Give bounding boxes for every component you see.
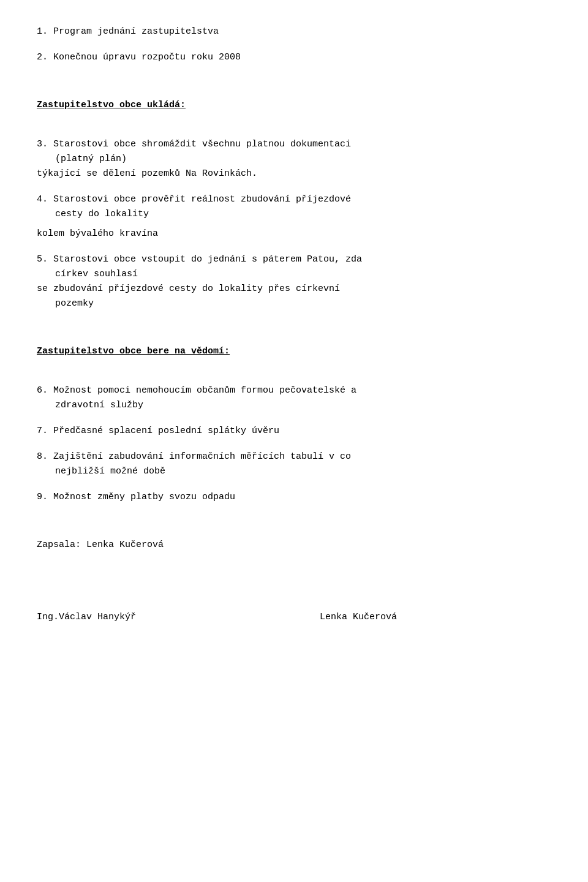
item-number: 2. xyxy=(37,52,48,62)
list-item: 9. Možnost změny platby svozu odpadu xyxy=(37,490,551,505)
item-text: Možnost pomoci nemohoucím občanům formou… xyxy=(37,385,356,410)
item-number: 1. xyxy=(37,26,48,37)
item-extra: kolem bývalého kravína xyxy=(37,227,551,241)
item-text: Konečnou úpravu rozpočtu roku 2008 xyxy=(53,52,241,62)
footer: Ing.Václav Hanykýř Lenka Kučerová xyxy=(37,610,551,625)
item-number: 9. xyxy=(37,492,48,502)
footer-left-name: Ing.Václav Hanykýř xyxy=(37,612,136,622)
list-item: 1. Program jednání zastupitelstva xyxy=(37,24,551,39)
document-body: 1. Program jednání zastupitelstva 2. Kon… xyxy=(37,24,551,625)
footer-left: Ing.Václav Hanykýř xyxy=(37,610,268,625)
item-text: Program jednání zastupitelstva xyxy=(53,26,219,37)
zapsala-text: Zapsala: Lenka Kučerová xyxy=(37,540,164,550)
item-text: Starostovi obce vstoupit do jednání s pá… xyxy=(37,254,362,309)
section-heading-text: Zastupitelstvo obce ukládá: xyxy=(37,100,186,110)
item-number: 8. xyxy=(37,451,48,462)
item-number: 7. xyxy=(37,426,48,436)
list-item: 3. Starostovi obce shromáždit všechnu pl… xyxy=(37,137,551,181)
section-heading-bere: Zastupitelstvo obce bere na vědomí: xyxy=(37,344,551,359)
item-number: 3. xyxy=(37,139,48,149)
item-number: 4. xyxy=(37,194,48,205)
item-text: Možnost změny platby svozu odpadu xyxy=(53,492,235,502)
list-item: 4. Starostovi obce prověřit reálnost zbu… xyxy=(37,192,551,241)
list-item: 8. Zajištění zabudování informačních měř… xyxy=(37,450,551,479)
item-number: 6. xyxy=(37,385,48,396)
item-text: Předčasné splacení poslední splátky úvěr… xyxy=(53,426,279,436)
section-heading-text: Zastupitelstvo obce bere na vědomí: xyxy=(37,346,230,356)
section-heading-uklada: Zastupitelstvo obce ukládá: xyxy=(37,98,551,113)
item-text: Starostovi obce shromáždit všechnu platn… xyxy=(37,139,351,179)
list-item: 7. Předčasné splacení poslední splátky ú… xyxy=(37,424,551,439)
item-text: Zajištění zabudování informačních měřící… xyxy=(37,451,351,477)
footer-right: Lenka Kučerová xyxy=(320,610,551,625)
item-text: Starostovi obce prověřit reálnost zbudov… xyxy=(37,194,351,219)
item-number: 5. xyxy=(37,254,48,265)
list-item: 5. Starostovi obce vstoupit do jednání s… xyxy=(37,252,551,311)
list-item: 2. Konečnou úpravu rozpočtu roku 2008 xyxy=(37,50,551,65)
footer-right-name: Lenka Kučerová xyxy=(320,612,397,622)
zapsala-line: Zapsala: Lenka Kučerová xyxy=(37,538,551,552)
list-item: 6. Možnost pomoci nemohoucím občanům for… xyxy=(37,383,551,413)
